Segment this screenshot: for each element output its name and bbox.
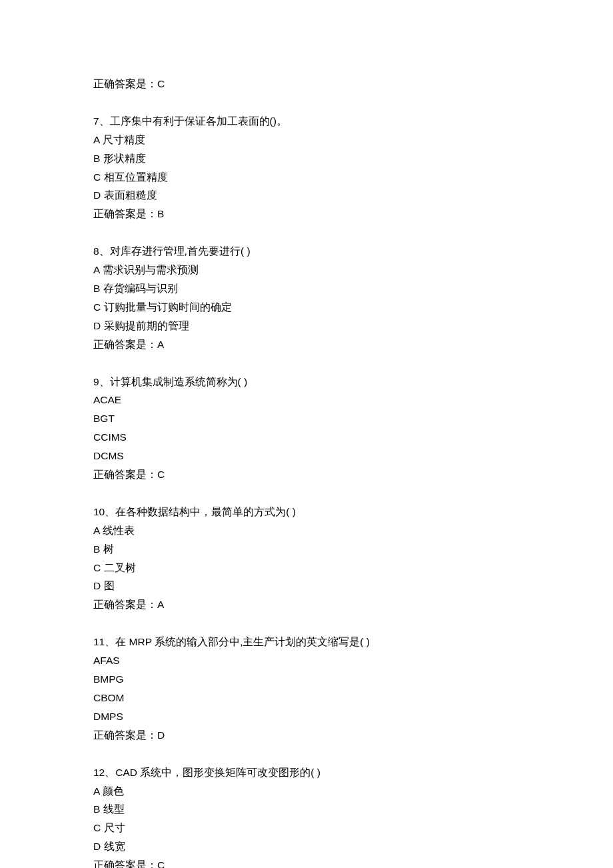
text-line: 7、工序集中有利于保证各加工表面的()。 bbox=[93, 112, 520, 131]
document-body: 正确答案是：C7、工序集中有利于保证各加工表面的()。A 尺寸精度B 形状精度C… bbox=[93, 75, 520, 868]
text-line: 正确答案是：C bbox=[93, 856, 520, 868]
text-line: 11、在 MRP 系统的输入部分中,主生产计划的英文缩写是( ) bbox=[93, 633, 520, 651]
text-line: C 订购批量与订购时间的确定 bbox=[93, 298, 520, 317]
text-line: 正确答案是：A bbox=[93, 595, 520, 614]
text-block: 8、对库存进行管理,首先要进行( )A 需求识别与需求预测B 存货编码与识别C … bbox=[93, 242, 520, 353]
text-line: CBOM bbox=[93, 689, 520, 707]
text-line: 10、在各种数据结构中，最简单的方式为( ) bbox=[93, 503, 520, 521]
text-block: 9、计算机集成制造系统简称为( )ACAEBGTCCIMSDCMS正确答案是：C bbox=[93, 373, 520, 484]
text-line: C 二叉树 bbox=[93, 559, 520, 577]
text-line: AFAS bbox=[93, 651, 520, 670]
text-line: 正确答案是：C bbox=[93, 465, 520, 484]
text-block: 正确答案是：C bbox=[93, 75, 520, 93]
text-line: 正确答案是：A bbox=[93, 335, 520, 354]
text-block: 12、CAD 系统中，图形变换矩阵可改变图形的( )A 颜色B 线型C 尺寸D … bbox=[93, 763, 520, 868]
text-line: D 采购提前期的管理 bbox=[93, 317, 520, 335]
text-line: ACAE bbox=[93, 391, 520, 409]
text-line: BGT bbox=[93, 409, 520, 428]
text-line: D 表面粗糙度 bbox=[93, 186, 520, 205]
text-line: 正确答案是：D bbox=[93, 726, 520, 745]
text-line: A 线性表 bbox=[93, 521, 520, 540]
text-line: B 形状精度 bbox=[93, 149, 520, 168]
text-line: B 线型 bbox=[93, 800, 520, 819]
text-block: 11、在 MRP 系统的输入部分中,主生产计划的英文缩写是( )AFASBMPG… bbox=[93, 633, 520, 744]
text-line: A 需求识别与需求预测 bbox=[93, 261, 520, 279]
text-line: BMPG bbox=[93, 670, 520, 689]
text-line: C 相互位置精度 bbox=[93, 168, 520, 187]
text-line: 9、计算机集成制造系统简称为( ) bbox=[93, 373, 520, 391]
text-line: A 尺寸精度 bbox=[93, 131, 520, 149]
text-line: D 图 bbox=[93, 577, 520, 595]
text-line: A 颜色 bbox=[93, 782, 520, 801]
text-line: D 线宽 bbox=[93, 837, 520, 856]
text-block: 7、工序集中有利于保证各加工表面的()。A 尺寸精度B 形状精度C 相互位置精度… bbox=[93, 112, 520, 223]
text-line: 12、CAD 系统中，图形变换矩阵可改变图形的( ) bbox=[93, 763, 520, 782]
text-line: B 树 bbox=[93, 540, 520, 559]
text-line: CCIMS bbox=[93, 428, 520, 447]
text-line: DCMS bbox=[93, 447, 520, 465]
text-line: 8、对库存进行管理,首先要进行( ) bbox=[93, 242, 520, 261]
text-line: C 尺寸 bbox=[93, 819, 520, 837]
text-line: 正确答案是：C bbox=[93, 75, 520, 93]
text-line: 正确答案是：B bbox=[93, 205, 520, 223]
text-line: B 存货编码与识别 bbox=[93, 279, 520, 298]
text-block: 10、在各种数据结构中，最简单的方式为( )A 线性表B 树C 二叉树D 图正确… bbox=[93, 503, 520, 614]
text-line: DMPS bbox=[93, 707, 520, 726]
